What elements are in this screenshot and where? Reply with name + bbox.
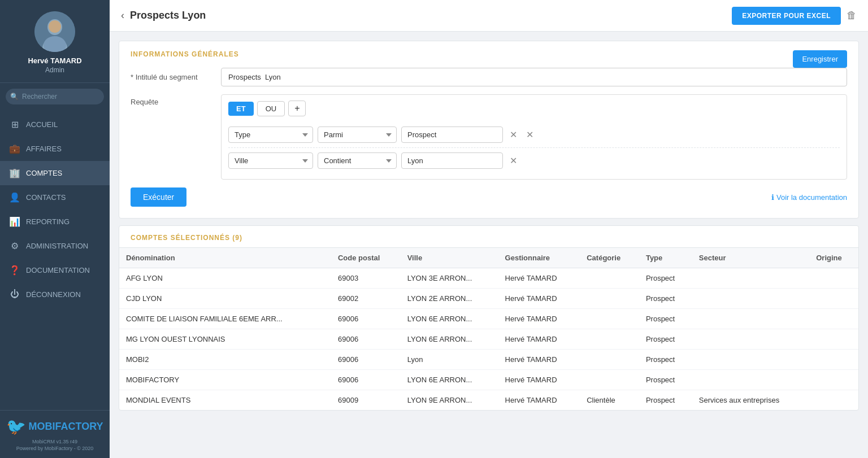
table-cell-3: Hervé TAMARD (498, 329, 580, 350)
table-cell-0: AFG LYON (119, 268, 331, 289)
col-header-dénomination: Dénomination (119, 248, 331, 268)
table-cell-6 (692, 350, 809, 370)
search-input[interactable] (6, 89, 104, 104)
table-cell-5: Prospect (639, 370, 692, 390)
table-cell-0: CJD LYON (119, 289, 331, 309)
condition-1-value[interactable] (401, 127, 503, 143)
table-cell-4 (580, 268, 639, 289)
condition-1-delete-icon[interactable]: ✕ (524, 129, 536, 141)
query-condition-2: Ville Type Contient Parmi ✕ (228, 148, 840, 173)
results-header: COMPTES SÉLECTIONNÉS (9) (119, 226, 858, 248)
info-section-title: INFORMATIONS GÉNÉRALES (131, 50, 239, 58)
table-cell-1: 69006 (331, 350, 401, 370)
table-row[interactable]: MOBIFACTORY69006LYON 6E ARRON...Hervé TA… (119, 370, 858, 390)
table-cell-0: MOBIFACTORY (119, 370, 331, 390)
user-role: Admin (45, 66, 64, 74)
segment-label: * Intitulé du segment (131, 73, 221, 81)
table-row[interactable]: MG LYON OUEST LYONNAIS69006LYON 6E ARRON… (119, 329, 858, 350)
table-row[interactable]: COMITE DE LIAISON FAMILIALE 6EME ARR...6… (119, 309, 858, 329)
segment-input[interactable] (221, 68, 847, 86)
table-cell-4 (580, 350, 639, 370)
table-cell-3: Hervé TAMARD (498, 309, 580, 329)
query-et-button[interactable]: ET (228, 102, 254, 116)
condition-2-value[interactable] (401, 152, 503, 169)
query-add-button[interactable]: + (288, 101, 306, 116)
nav-label-deconnexion: DÉCONNEXION (26, 290, 81, 299)
table-cell-3: Hervé TAMARD (498, 289, 580, 309)
save-button[interactable]: Enregistrer (793, 50, 847, 68)
condition-2-delete-icon[interactable]: ✕ (507, 155, 519, 167)
results-section: COMPTES SÉLECTIONNÉS (9) DénominationCod… (119, 225, 859, 411)
table-cell-3: Hervé TAMARD (498, 350, 580, 370)
table-cell-4 (580, 289, 639, 309)
sidebar-item-comptes[interactable]: 🏢 COMPTES (0, 161, 110, 185)
nav-label-reporting: REPORTING (26, 217, 70, 226)
table-cell-5: Prospect (639, 390, 692, 411)
page-title: Prospects Lyon (130, 10, 206, 21)
segment-name-row: * Intitulé du segment (131, 68, 847, 86)
nav-icon-comptes: 🏢 (9, 168, 20, 178)
table-row[interactable]: AFG LYON69003LYON 3E ARRON...Hervé TAMAR… (119, 268, 858, 289)
table-cell-2: LYON 2E ARRON... (401, 289, 498, 309)
sidebar-item-reporting[interactable]: 📊 REPORTING (0, 210, 110, 234)
col-header-secteur: Secteur (692, 248, 809, 268)
table-row[interactable]: CJD LYON69002LYON 2E ARRON...Hervé TAMAR… (119, 289, 858, 309)
avatar (34, 11, 75, 52)
sidebar-item-documentation[interactable]: ❓ DOCUMENTATION (0, 258, 110, 282)
query-ou-button[interactable]: OU (257, 101, 285, 116)
main-content: ‹ Prospects Lyon EXPORTER POUR EXCEL 🗑 I… (110, 0, 868, 458)
table-cell-1: 69006 (331, 309, 401, 329)
table-cell-2: LYON 6E ARRON... (401, 370, 498, 390)
sidebar-item-contacts[interactable]: 👤 CONTACTS (0, 185, 110, 210)
condition-1-field[interactable]: Type Ville (228, 127, 313, 143)
table-cell-1: 69006 (331, 370, 401, 390)
condition-2-operator[interactable]: Contient Parmi (318, 152, 397, 169)
info-circle-icon: ℹ (771, 193, 774, 202)
table-cell-2: Lyon (401, 350, 498, 370)
table-cell-7 (809, 390, 858, 411)
table-cell-5: Prospect (639, 309, 692, 329)
table-cell-6 (692, 370, 809, 390)
topbar: ‹ Prospects Lyon EXPORTER POUR EXCEL 🗑 (110, 0, 868, 32)
col-header-ville: Ville (401, 248, 498, 268)
query-label: Requête (131, 94, 221, 106)
condition-2-field[interactable]: Ville Type (228, 152, 313, 169)
condition-1-operator[interactable]: Parmi Contient (318, 127, 397, 143)
table-cell-4: Clientèle (580, 390, 639, 411)
col-header-gestionnaire: Gestionnaire (498, 248, 580, 268)
results-title: COMPTES SÉLECTIONNÉS (9) (131, 234, 847, 242)
nav-label-administration: ADMINISTRATION (26, 242, 88, 250)
table-row[interactable]: MONDIAL EVENTS69009LYON 9E ARRON...Hervé… (119, 390, 858, 411)
delete-icon[interactable]: 🗑 (847, 10, 857, 21)
info-section: INFORMATIONS GÉNÉRALES Enregistrer * Int… (119, 41, 859, 219)
sidebar-item-affaires[interactable]: 💼 AFFAIRES (0, 137, 110, 161)
export-excel-button[interactable]: EXPORTER POUR EXCEL (732, 7, 841, 25)
table-cell-3: Hervé TAMARD (498, 390, 580, 411)
table-row[interactable]: MOBI269006LyonHervé TAMARDProspect (119, 350, 858, 370)
table-cell-7 (809, 309, 858, 329)
table-cell-6: Services aux entreprises (692, 390, 809, 411)
nav-label-accueil: ACCUEIL (26, 120, 58, 129)
nav-icon-deconnexion: ⏻ (9, 289, 20, 299)
table-cell-0: MG LYON OUEST LYONNAIS (119, 329, 331, 350)
table-cell-1: 69002 (331, 289, 401, 309)
nav-icon-documentation: ❓ (9, 265, 20, 276)
table-cell-1: 69003 (331, 268, 401, 289)
sidebar-item-deconnexion[interactable]: ⏻ DÉCONNEXION (0, 282, 110, 306)
table-cell-3: Hervé TAMARD (498, 268, 580, 289)
execute-button[interactable]: Exécuter (131, 187, 186, 207)
doc-link[interactable]: ℹ Voir la documentation (771, 193, 847, 202)
table-cell-4 (580, 370, 639, 390)
condition-1-clear-icon[interactable]: ✕ (507, 129, 519, 141)
sidebar-item-accueil[interactable]: ⊞ ACCUEIL (0, 112, 110, 137)
sidebar-item-administration[interactable]: ⚙ ADMINISTRATION (0, 234, 110, 258)
logo-version: MobiCRM v1.35 r49 (32, 438, 77, 446)
logo-bird-icon: 🐦 (6, 417, 26, 436)
table-header: DénominationCode postalVilleGestionnaire… (119, 248, 858, 268)
table-cell-5: Prospect (639, 268, 692, 289)
col-header-type: Type (639, 248, 692, 268)
table-cell-2: LYON 6E ARRON... (401, 329, 498, 350)
back-button[interactable]: ‹ (121, 10, 124, 21)
sidebar-profile: Hervé TAMARD Admin (0, 0, 110, 83)
sidebar-logo: 🐦 MOBIFACTORY MobiCRM v1.35 r49 Powered … (0, 410, 110, 458)
